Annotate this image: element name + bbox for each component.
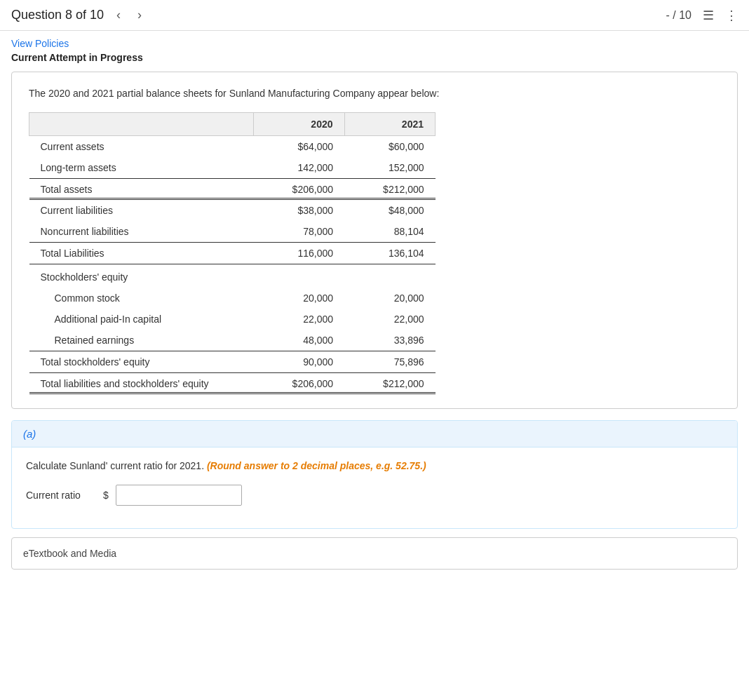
table-row: Current liabilities$38,000$48,000 [29, 199, 436, 222]
row-val-2020: 116,000 [254, 243, 345, 264]
row-label: Total stockholders' equity [29, 351, 254, 373]
question-title: Question 8 of 10 [11, 8, 104, 22]
view-policies-link[interactable]: View Policies [11, 38, 738, 49]
question-text: Calculate Sunland' current ratio for 202… [26, 459, 723, 473]
row-val-2020: $38,000 [254, 199, 345, 222]
row-val-2020: $206,000 [254, 373, 345, 393]
row-val-2021: 136,104 [344, 243, 436, 264]
table-row: Long-term assets142,000152,000 [29, 157, 436, 179]
question-main-text: Calculate Sunland' current ratio for 202… [26, 460, 204, 471]
row-val-2020 [254, 264, 345, 288]
col-2021-header: 2021 [344, 113, 436, 136]
row-val-2021: 33,896 [344, 330, 436, 351]
row-label: Total Liabilities [29, 243, 254, 264]
chevron-right-icon: › [137, 8, 142, 22]
main-content: The 2020 and 2021 partial balance sheets… [0, 66, 749, 575]
row-label: Total liabilities and stockholders' equi… [29, 373, 254, 393]
row-val-2020: 142,000 [254, 157, 345, 179]
row-val-2020: 48,000 [254, 330, 345, 351]
row-val-2020: $206,000 [254, 179, 345, 199]
prev-question-button[interactable]: ‹ [112, 6, 125, 24]
more-options-button[interactable]: ⋮ [725, 8, 738, 23]
row-val-2021: $212,000 [344, 373, 436, 393]
list-icon: ☰ [703, 8, 714, 22]
row-val-2020: 78,000 [254, 221, 345, 243]
header: Question 8 of 10 ‹ › - / 10 ☰ ⋮ [0, 0, 749, 31]
row-label: Current assets [29, 136, 254, 158]
row-val-2021: 88,104 [344, 221, 436, 243]
table-row: Common stock20,00020,000 [29, 288, 436, 309]
balance-sheet-card: The 2020 and 2021 partial balance sheets… [11, 72, 738, 409]
etextbook-section: eTextbook and Media [11, 537, 738, 570]
row-label: Common stock [29, 288, 254, 309]
etextbook-label: eTextbook and Media [23, 548, 116, 559]
row-val-2021 [344, 264, 436, 288]
balance-table: 2020 2021 Current assets$64,000$60,000Lo… [29, 112, 436, 394]
row-label: Stockholders' equity [29, 264, 254, 288]
score-display: - / 10 [666, 9, 691, 22]
table-row: Total assets$206,000$212,000 [29, 179, 436, 199]
question-hint: (Round answer to 2 decimal places, e.g. … [207, 460, 426, 471]
row-label: Additional paid-In capital [29, 309, 254, 330]
row-label: Retained earnings [29, 330, 254, 351]
table-row: Retained earnings48,00033,896 [29, 330, 436, 351]
row-label: Noncurrent liabilities [29, 221, 254, 243]
row-val-2021: $48,000 [344, 199, 436, 222]
attempt-status: Current Attempt in Progress [11, 52, 143, 63]
current-ratio-input-row: Current ratio $ [26, 485, 723, 506]
row-val-2021: 152,000 [344, 157, 436, 179]
row-val-2021: 75,896 [344, 351, 436, 373]
table-row: Total liabilities and stockholders' equi… [29, 373, 436, 393]
row-val-2021: $212,000 [344, 179, 436, 199]
part-a-label: (a) [23, 428, 36, 440]
balance-sheet-intro: The 2020 and 2021 partial balance sheets… [29, 86, 720, 101]
row-label: Total assets [29, 179, 254, 199]
table-header-row: 2020 2021 [29, 113, 436, 136]
row-val-2020: 22,000 [254, 309, 345, 330]
next-question-button[interactable]: › [133, 6, 146, 24]
part-a-section: (a) Calculate Sunland' current ratio for… [11, 420, 738, 529]
col-2020-header: 2020 [254, 113, 345, 136]
row-val-2021: 20,000 [344, 288, 436, 309]
row-val-2020: 90,000 [254, 351, 345, 373]
row-val-2020: $64,000 [254, 136, 345, 158]
table-row: Total Liabilities116,000136,104 [29, 243, 436, 264]
table-row: Noncurrent liabilities78,00088,104 [29, 221, 436, 243]
table-row: Total stockholders' equity90,00075,896 [29, 351, 436, 373]
sub-header: View Policies Current Attempt in Progres… [0, 31, 749, 66]
header-right: - / 10 ☰ ⋮ [666, 8, 738, 23]
row-val-2021: 22,000 [344, 309, 436, 330]
part-a-header: (a) [12, 421, 737, 447]
chevron-left-icon: ‹ [116, 8, 121, 22]
row-label: Current liabilities [29, 199, 254, 222]
currency-symbol: $ [103, 490, 109, 501]
current-ratio-label: Current ratio [26, 490, 96, 501]
row-label: Long-term assets [29, 157, 254, 179]
table-row: Additional paid-In capital22,00022,000 [29, 309, 436, 330]
table-row: Stockholders' equity [29, 264, 436, 288]
header-left: Question 8 of 10 ‹ › [11, 6, 146, 24]
list-view-button[interactable]: ☰ [703, 8, 714, 23]
current-ratio-input[interactable] [116, 485, 242, 506]
more-icon: ⋮ [725, 8, 738, 22]
table-row: Current assets$64,000$60,000 [29, 136, 436, 158]
row-val-2021: $60,000 [344, 136, 436, 158]
part-a-body: Calculate Sunland' current ratio for 202… [12, 447, 737, 528]
row-val-2020: 20,000 [254, 288, 345, 309]
label-col-header [29, 113, 254, 136]
